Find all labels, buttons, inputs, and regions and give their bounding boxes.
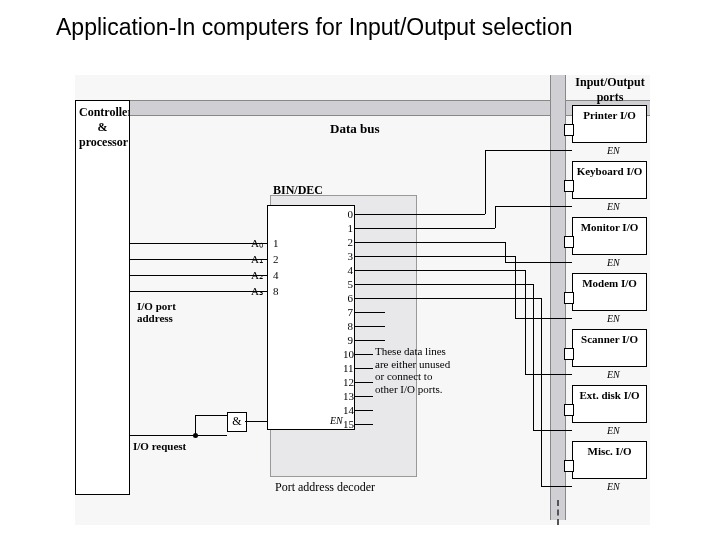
io-keyboard: Keyboard I/O	[572, 161, 647, 199]
wire-dec-12	[355, 382, 373, 383]
io-request-label: I/O request	[133, 440, 186, 452]
decoder-out-15: 15	[343, 418, 353, 430]
decoder-out-7: 7	[343, 306, 353, 318]
io-printer-en: EN	[607, 145, 620, 156]
controller-processor-label: Controller & processor	[79, 105, 126, 150]
and-gate: &	[227, 412, 247, 432]
data-bus-label: Data bus	[330, 121, 380, 137]
controller-processor-block: Controller & processor	[75, 100, 130, 495]
wire-a1	[130, 259, 267, 260]
decoder-out-9: 9	[343, 334, 353, 346]
wire-dec-1c	[495, 206, 572, 207]
wire-dec-11	[355, 368, 373, 369]
io-ext-disk-label: Ext. disk I/O	[579, 389, 639, 401]
wire-dec-2a	[355, 242, 505, 243]
bus-tap-printer	[564, 124, 574, 136]
wire-dec-3c	[515, 318, 572, 319]
wire-dec-14	[355, 410, 373, 411]
io-modem: Modem I/O	[572, 273, 647, 311]
decoder-in-8: 8	[273, 285, 283, 297]
decoder-in-2: 2	[273, 253, 283, 265]
io-ext-disk-en: EN	[607, 425, 620, 436]
bus-continuation-icon	[557, 500, 559, 525]
decoder-caption: Port address decoder	[275, 480, 375, 495]
decoder-out-12: 12	[343, 376, 353, 388]
io-keyboard-en: EN	[607, 201, 620, 212]
wire-dec-6b	[541, 298, 542, 486]
io-misc-en: EN	[607, 481, 620, 492]
decoder-in-1: 1	[273, 237, 283, 249]
wire-dec-5b	[533, 284, 534, 430]
io-scanner: Scanner I/O	[572, 329, 647, 367]
bus-tap-modem	[564, 292, 574, 304]
wire-dec-6a	[355, 298, 541, 299]
wire-io-request	[130, 435, 227, 436]
decoder-in-4: 4	[273, 269, 283, 281]
wire-dec-1b	[495, 206, 496, 228]
decoder-out-1: 1	[343, 222, 353, 234]
wire-dec-4b	[525, 270, 526, 374]
decoder-en-label: EN	[330, 415, 343, 426]
io-scanner-label: Scanner I/O	[581, 333, 638, 345]
io-monitor-en: EN	[607, 257, 620, 268]
decoder-out-5: 5	[343, 278, 353, 290]
io-ext-disk: Ext. disk I/O	[572, 385, 647, 423]
page-title: Application-In computers for Input/Outpu…	[56, 14, 573, 41]
decoder-out-4: 4	[343, 264, 353, 276]
io-scanner-en: EN	[607, 369, 620, 380]
wire-dec-4a	[355, 270, 525, 271]
io-modem-en: EN	[607, 313, 620, 324]
wire-dec-7	[355, 312, 385, 313]
bus-tap-scanner	[564, 348, 574, 360]
io-printer-label: Printer I/O	[583, 109, 636, 121]
wire-dec-9	[355, 340, 385, 341]
wire-dec-3a	[355, 256, 515, 257]
io-keyboard-label: Keyboard I/O	[577, 165, 643, 177]
wire-and-in1b	[195, 415, 227, 416]
decoder-out-0: 0	[343, 208, 353, 220]
wire-dec-15	[355, 424, 373, 425]
wire-dec-5a	[355, 284, 533, 285]
io-port-address-label: I/O port address	[137, 300, 197, 324]
wire-and-out	[245, 421, 267, 422]
wire-dec-1a	[355, 228, 495, 229]
bus-tap-keyboard	[564, 180, 574, 192]
wire-dec-6c	[541, 486, 572, 487]
io-modem-label: Modem I/O	[582, 277, 637, 289]
decoder-title: BIN/DEC	[273, 183, 323, 198]
decoder-out-3: 3	[343, 250, 353, 262]
bus-tap-monitor	[564, 236, 574, 248]
wire-dec-0a	[355, 214, 485, 215]
wire-dec-0b	[485, 150, 486, 214]
wire-dec-10	[355, 354, 373, 355]
wire-a3	[130, 291, 267, 292]
io-monitor: Monitor I/O	[572, 217, 647, 255]
wire-dec-13	[355, 396, 373, 397]
wire-a0	[130, 243, 267, 244]
decoder-out-14: 14	[343, 404, 353, 416]
decoder-out-8: 8	[343, 320, 353, 332]
io-misc-label: Misc. I/O	[588, 445, 632, 457]
bus-tap-misc	[564, 460, 574, 472]
io-printer: Printer I/O	[572, 105, 647, 143]
decoder-out-6: 6	[343, 292, 353, 304]
decoder-out-2: 2	[343, 236, 353, 248]
unused-lines-note: These data lines are either unused or co…	[375, 345, 455, 396]
wire-dec-3b	[515, 256, 516, 318]
wire-dec-0c	[485, 150, 572, 151]
decoder-out-13: 13	[343, 390, 353, 402]
decoder-out-11: 11	[343, 362, 353, 374]
wire-dec-8	[355, 326, 385, 327]
wire-and-in1	[195, 415, 196, 435]
wire-dec-2b	[505, 242, 506, 262]
wire-a2	[130, 275, 267, 276]
io-misc: Misc. I/O	[572, 441, 647, 479]
io-monitor-label: Monitor I/O	[581, 221, 639, 233]
wire-dec-5c	[533, 430, 572, 431]
diagram-canvas: Controller & processor Data bus Input/Ou…	[75, 75, 650, 525]
bus-tap-ext-disk	[564, 404, 574, 416]
io-ports-header: Input/Output ports	[570, 75, 650, 105]
decoder-out-10: 10	[343, 348, 353, 360]
